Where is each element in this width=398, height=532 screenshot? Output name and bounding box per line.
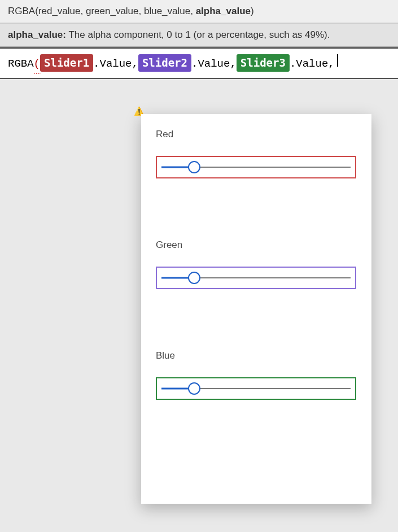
function-signature-tooltip: RGBA(red_value, green_value, blue_value,… (0, 0, 398, 24)
signature-prefix: RGBA(red_value, green_value, blue_value, (8, 6, 196, 16)
param-name: alpha_value: (8, 29, 66, 40)
formula-function-name: RGBA (8, 56, 34, 72)
signature-current-param: alpha_value (196, 6, 251, 16)
slider-thumb[interactable] (188, 272, 200, 284)
slider-label-blue: Blue (156, 350, 357, 361)
slider-blue[interactable] (156, 377, 356, 400)
formula-bar[interactable]: RGBA( Slider1.Value, Slider2.Value, Slid… (0, 47, 398, 79)
slider-red[interactable] (156, 156, 356, 178)
slider-block-blue: Blue (156, 350, 357, 400)
signature-suffix: ) (251, 6, 254, 16)
slider-thumb[interactable] (188, 382, 200, 395)
comma-1: , (132, 56, 138, 72)
prop-value-1: .Value (93, 56, 132, 72)
slider-block-red: Red (156, 129, 357, 178)
text-caret (337, 54, 338, 67)
comma-3: , (328, 56, 334, 72)
canvas[interactable]: ⚠️ Red Green Blue (0, 79, 398, 521)
slider-green[interactable] (156, 267, 356, 289)
open-paren: ( (34, 56, 40, 72)
comma-2: , (230, 56, 236, 72)
param-text: The alpha component, 0 to 1 (or a percen… (66, 29, 330, 40)
preview-card[interactable]: Red Green Blue (141, 114, 371, 504)
token-slider2[interactable]: Slider2 (138, 54, 191, 72)
prop-value-2: .Value (191, 56, 230, 72)
slider-label-red: Red (156, 129, 357, 140)
slider-label-green: Green (156, 239, 357, 251)
parameter-description: alpha_value: The alpha component, 0 to 1… (0, 24, 398, 47)
prop-value-3: .Value (290, 56, 328, 72)
token-slider3[interactable]: Slider3 (237, 54, 290, 72)
slider-block-green: Green (156, 239, 357, 289)
slider-thumb[interactable] (188, 161, 200, 173)
token-slider1[interactable]: Slider1 (40, 54, 93, 72)
